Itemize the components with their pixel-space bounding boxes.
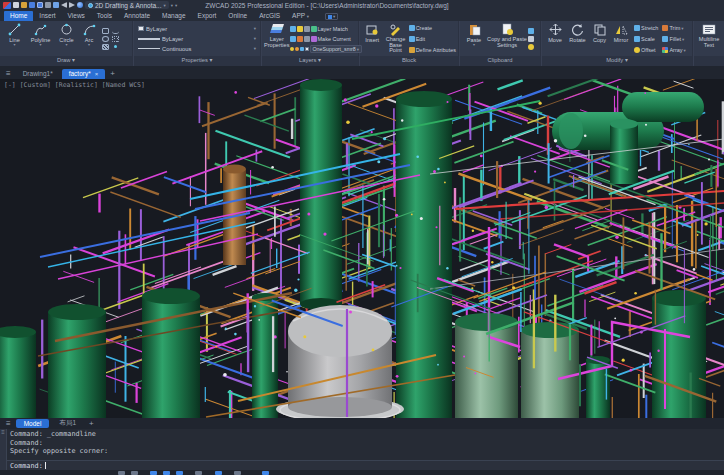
rotate-button[interactable]: Rotate bbox=[566, 22, 589, 56]
command-input[interactable]: Command: bbox=[7, 460, 724, 470]
tall-column[interactable] bbox=[396, 91, 452, 418]
tank-left-1[interactable] bbox=[48, 304, 106, 418]
vertical-vessel[interactable] bbox=[610, 119, 638, 184]
modify-panel-label[interactable]: Modify ▾ bbox=[542, 56, 692, 66]
file-tab-menu-icon[interactable]: ≡ bbox=[3, 68, 14, 79]
file-tab-factory[interactable]: factory*× bbox=[62, 69, 106, 79]
create-block-button[interactable]: Create bbox=[409, 24, 456, 33]
command-window-grip[interactable] bbox=[0, 429, 7, 470]
redo-icon[interactable] bbox=[69, 2, 75, 8]
layer-off-icon[interactable] bbox=[297, 36, 303, 42]
tank-far-right[interactable] bbox=[652, 290, 706, 418]
tank-left-edge[interactable] bbox=[0, 326, 36, 418]
copy-paste-settings-button[interactable]: Copy and Paste Settings bbox=[486, 22, 528, 56]
format-painter-icon[interactable] bbox=[528, 36, 534, 42]
color-control[interactable]: ByLayer▾ bbox=[138, 24, 256, 34]
horizontal-vessel-2[interactable] bbox=[622, 92, 704, 122]
print-icon[interactable] bbox=[45, 2, 51, 8]
new-layout-button[interactable]: + bbox=[86, 418, 97, 429]
ortho-toggle-icon[interactable] bbox=[150, 471, 157, 475]
tab-export[interactable]: Export bbox=[192, 11, 223, 21]
point-icon[interactable] bbox=[112, 36, 119, 42]
draw-panel-label[interactable]: Draw ▾ bbox=[0, 56, 132, 66]
tab-tools[interactable]: Tools bbox=[91, 11, 118, 21]
circle-button[interactable]: Circle▾ bbox=[54, 22, 79, 56]
tab-views[interactable]: Views bbox=[62, 11, 91, 21]
tab-manage[interactable]: Manage bbox=[156, 11, 192, 21]
spline-icon[interactable] bbox=[112, 28, 119, 34]
copy-button[interactable]: Copy bbox=[589, 22, 610, 56]
transparency-toggle-icon[interactable] bbox=[234, 471, 241, 475]
scale-button[interactable]: Scale bbox=[634, 35, 658, 44]
layer-isolate-icon[interactable] bbox=[311, 26, 317, 32]
polyline-button[interactable]: Polyline▾ bbox=[27, 22, 54, 56]
tank-left-2[interactable] bbox=[142, 288, 200, 418]
zwcad-logo-icon[interactable] bbox=[3, 2, 11, 9]
gray-storage-tank[interactable] bbox=[276, 305, 404, 418]
multiline-text-button[interactable]: Multiline Text bbox=[696, 22, 722, 56]
new-tab-button[interactable]: + bbox=[107, 68, 118, 79]
line-button[interactable]: Line▾ bbox=[2, 22, 27, 56]
process-column[interactable] bbox=[300, 79, 342, 310]
tab-app[interactable]: APP ▾ bbox=[286, 11, 315, 21]
bulb-icon[interactable] bbox=[290, 47, 294, 51]
ribbon-style-toggle[interactable]: ▾ bbox=[325, 13, 338, 20]
drawing-canvas[interactable] bbox=[0, 79, 724, 418]
change-base-point-button[interactable]: Change Base Point bbox=[382, 22, 408, 56]
tab-model[interactable]: Model bbox=[16, 419, 50, 428]
lineweight-toggle-icon[interactable] bbox=[215, 471, 222, 475]
close-icon[interactable]: × bbox=[95, 71, 99, 77]
file-tab-drawing1[interactable]: Drawing1* bbox=[16, 69, 60, 79]
otrack-toggle-icon[interactable] bbox=[195, 471, 202, 475]
properties-panel-label[interactable]: Properties ▾ bbox=[134, 56, 260, 66]
make-current-button[interactable]: Make Current bbox=[318, 36, 351, 42]
tab-home[interactable]: Home bbox=[4, 11, 33, 21]
edit-block-button[interactable]: Edit bbox=[409, 35, 456, 44]
hatch-icon[interactable] bbox=[102, 44, 109, 50]
open-icon[interactable] bbox=[21, 2, 27, 8]
layer-properties-button[interactable]: Layer Properties bbox=[264, 22, 290, 56]
polar-toggle-icon[interactable] bbox=[163, 471, 170, 475]
region-icon[interactable] bbox=[112, 44, 119, 50]
arc-button[interactable]: Arc▾ bbox=[79, 22, 99, 56]
cloud-sphere-icon[interactable] bbox=[77, 2, 83, 8]
snap-toggle-icon[interactable] bbox=[118, 471, 125, 475]
preview-icon[interactable] bbox=[53, 2, 59, 8]
tab-layout1[interactable]: 布局1 bbox=[51, 418, 84, 429]
save-icon[interactable] bbox=[29, 2, 35, 8]
linetype-control[interactable]: Continuous▾ bbox=[138, 44, 256, 54]
layer-merge-icon[interactable] bbox=[311, 36, 317, 42]
mirror-button[interactable]: Mirror bbox=[610, 22, 632, 56]
stretch-button[interactable]: Stretch bbox=[634, 24, 658, 33]
layer-lock-icon[interactable] bbox=[304, 26, 310, 32]
grid-toggle-icon[interactable] bbox=[131, 471, 138, 475]
ellipse-icon[interactable] bbox=[102, 36, 109, 42]
new-icon[interactable] bbox=[13, 2, 19, 8]
rectangle-icon[interactable] bbox=[102, 28, 109, 34]
move-button[interactable]: Move bbox=[544, 22, 566, 56]
paste-button[interactable]: Paste▾ bbox=[462, 22, 486, 56]
match-properties-icon[interactable] bbox=[528, 28, 534, 34]
workspace-switcher[interactable]: 2D Drafting & Annota... ▾ bbox=[85, 1, 169, 9]
save-as-icon[interactable] bbox=[37, 2, 43, 8]
clipboard-options-icon[interactable] bbox=[528, 44, 534, 50]
array-button[interactable]: Array▾ bbox=[662, 46, 685, 55]
define-attributes-button[interactable]: Define Attributes bbox=[409, 46, 456, 55]
layers-panel-label[interactable]: Layers ▾ bbox=[262, 56, 358, 66]
selection-cycling-icon[interactable] bbox=[262, 471, 269, 475]
tab-arcgis[interactable]: ArcGIS bbox=[253, 11, 286, 21]
layer-dropdown[interactable]: OneSupport_smr8▾ bbox=[310, 45, 363, 53]
undo-icon[interactable] bbox=[61, 2, 67, 8]
osnap-toggle-icon[interactable] bbox=[176, 471, 183, 475]
undo-dropdown-icon[interactable]: ▾ bbox=[171, 3, 173, 8]
offset-button[interactable]: Offset bbox=[634, 46, 658, 55]
insert-button[interactable]: Insert bbox=[362, 22, 382, 56]
layer-walk-icon[interactable] bbox=[290, 36, 296, 42]
tab-insert[interactable]: Insert bbox=[33, 11, 61, 21]
lineweight-control[interactable]: ByLayer▾ bbox=[138, 34, 256, 44]
redo-dropdown-icon[interactable]: ▾ bbox=[175, 3, 177, 8]
layout-tab-menu-icon[interactable]: ≡ bbox=[3, 418, 14, 429]
layer-on-icon[interactable] bbox=[290, 26, 296, 32]
fillet-button[interactable]: Fillet▾ bbox=[662, 35, 685, 44]
viewport-controls[interactable]: [-] [Custom] [Realistic] [Named WCS] bbox=[4, 81, 145, 89]
